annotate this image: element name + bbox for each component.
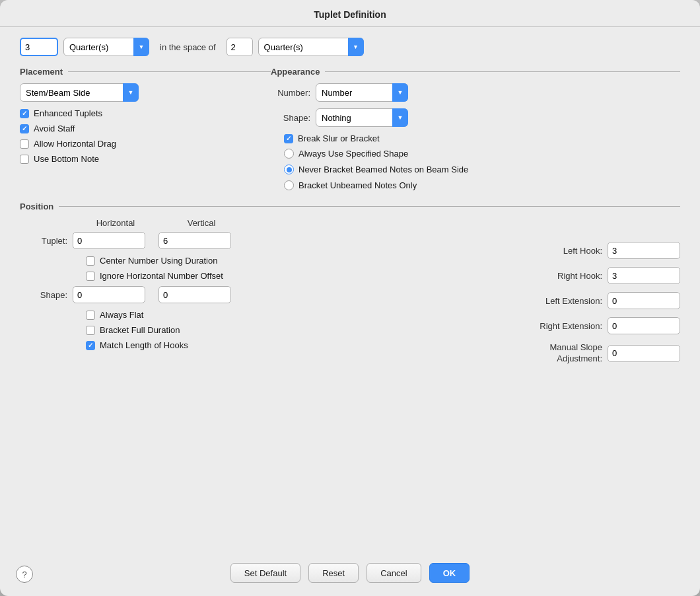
- break-slur-label: Break Slur or Bracket: [298, 133, 380, 143]
- placement-appearance-section: Placement Stem/Beam Side Enhanced Tuplet…: [20, 67, 680, 196]
- right-extension-label: Right Extension:: [540, 321, 602, 331]
- bracket-full-checkbox[interactable]: [86, 326, 95, 335]
- manual-slope-label: Manual SlopeAdjustment:: [550, 342, 603, 365]
- placement-column: Placement Stem/Beam Side Enhanced Tuplet…: [20, 67, 271, 196]
- always-use-shape-item: Always Use Specified Shape: [284, 149, 680, 159]
- position-header: Position: [20, 202, 680, 211]
- note-type-2-wrapper: Quarter(s): [258, 38, 364, 56]
- bracket-full-row: Bracket Full Duration: [86, 325, 376, 335]
- left-extension-label: Left Extension:: [545, 296, 602, 306]
- left-hook-input[interactable]: [608, 242, 680, 259]
- match-length-checkbox[interactable]: [86, 341, 95, 350]
- note-type-1-wrapper: Quarter(s): [63, 38, 149, 56]
- pos-col-headers: Horizontal Vertical: [73, 218, 376, 228]
- footer: ? Set Default Reset Cancel OK: [0, 552, 700, 596]
- reset-button[interactable]: Reset: [308, 563, 359, 583]
- always-use-shape-label: Always Use Specified Shape: [298, 149, 408, 159]
- match-length-row: Match Length of Hooks: [86, 340, 376, 350]
- use-bottom-note-checkbox[interactable]: [20, 155, 29, 164]
- position-grid: Horizontal Vertical Tuplet: Center Numbe…: [20, 218, 680, 373]
- allow-horizontal-drag-label: Allow Horizontal Drag: [34, 139, 116, 149]
- always-flat-checkbox[interactable]: [86, 311, 95, 320]
- bracket-unbeamed-label: Bracket Unbeamed Notes Only: [298, 180, 417, 190]
- ignore-horizontal-label: Ignore Horizontal Number Offset: [100, 271, 223, 281]
- right-hook-row: Right Hook:: [376, 267, 680, 284]
- left-hook-label: Left Hook:: [563, 246, 602, 256]
- placement-header: Placement: [20, 67, 271, 77]
- in-space-label: in the space of: [160, 42, 216, 52]
- top-row: Quarter(s) in the space of Quarter(s): [20, 38, 680, 56]
- center-number-checkbox[interactable]: [86, 256, 95, 266]
- never-bracket-beamed-label: Never Bracket Beamed Notes on Beam Side: [298, 165, 468, 174]
- enhanced-tuplets-label: Enhanced Tuplets: [34, 108, 102, 118]
- break-slur-checkbox[interactable]: [284, 134, 293, 143]
- center-number-label: Center Number Using Duration: [100, 256, 217, 266]
- tuplet-h-input[interactable]: [73, 232, 145, 249]
- space-value-input[interactable]: [227, 38, 253, 56]
- tuplet-v-input[interactable]: [158, 232, 231, 249]
- avoid-staff-item: Avoid Staff: [20, 124, 271, 133]
- appearance-column: Appearance Number: Number Shape: Nothi: [271, 67, 680, 196]
- ignore-horizontal-checkbox[interactable]: [86, 272, 95, 281]
- enhanced-tuplets-item: Enhanced Tuplets: [20, 108, 271, 118]
- avoid-staff-checkbox[interactable]: [20, 124, 29, 133]
- shape-select[interactable]: Nothing: [316, 108, 408, 127]
- number-row: Number: Number: [271, 83, 680, 102]
- position-section: Position Horizontal Vertical Tuplet:: [20, 202, 680, 373]
- bracket-unbeamed-radio[interactable]: [284, 180, 294, 190]
- note-type-2-select[interactable]: Quarter(s): [258, 38, 364, 56]
- never-bracket-beamed-item: Never Bracket Beamed Notes on Beam Side: [284, 165, 680, 174]
- horizontal-col-header: Horizontal: [73, 218, 158, 228]
- position-right: Left Hook: Right Hook: Left Extension: R…: [376, 218, 680, 373]
- left-hook-row: Left Hook:: [376, 242, 680, 259]
- ignore-horizontal-row: Ignore Horizontal Number Offset: [86, 271, 376, 281]
- help-button[interactable]: ?: [16, 566, 33, 583]
- number-select-wrapper: Number: [316, 83, 408, 102]
- shape-v-input[interactable]: [158, 286, 231, 303]
- right-hook-input[interactable]: [608, 267, 680, 284]
- use-bottom-note-item: Use Bottom Note: [20, 154, 271, 164]
- use-bottom-note-label: Use Bottom Note: [34, 154, 99, 164]
- right-extension-row: Right Extension:: [376, 317, 680, 334]
- shape-label: Shape:: [271, 113, 310, 123]
- placement-select-wrapper: Stem/Beam Side: [20, 83, 139, 102]
- manual-slope-input[interactable]: [608, 345, 680, 362]
- appearance-header: Appearance: [271, 67, 680, 77]
- placement-select[interactable]: Stem/Beam Side: [20, 83, 139, 102]
- match-length-label: Match Length of Hooks: [100, 340, 188, 350]
- tuplet-pos-row: Tuplet:: [20, 232, 376, 249]
- cancel-button[interactable]: Cancel: [367, 563, 421, 583]
- right-hook-label: Right Hook:: [557, 271, 602, 281]
- ok-button[interactable]: OK: [429, 563, 470, 583]
- placement-dropdown-wrapper: Stem/Beam Side: [20, 83, 271, 102]
- vertical-col-header: Vertical: [158, 218, 244, 228]
- shape-pos-label: Shape:: [20, 290, 73, 300]
- shape-pos-row: Shape:: [20, 286, 376, 303]
- tuplet-count-input[interactable]: [20, 38, 58, 56]
- never-bracket-beamed-radio[interactable]: [284, 165, 294, 174]
- enhanced-tuplets-checkbox[interactable]: [20, 109, 29, 118]
- always-flat-label: Always Flat: [100, 310, 143, 320]
- center-number-row: Center Number Using Duration: [86, 256, 376, 266]
- bracket-unbeamed-item: Bracket Unbeamed Notes Only: [284, 180, 680, 190]
- break-slur-item: Break Slur or Bracket: [284, 133, 680, 143]
- number-select[interactable]: Number: [316, 83, 408, 102]
- left-extension-input[interactable]: [608, 292, 680, 309]
- allow-horizontal-drag-item: Allow Horizontal Drag: [20, 139, 271, 149]
- set-default-button[interactable]: Set Default: [230, 563, 300, 583]
- manual-slope-row: Manual SlopeAdjustment:: [376, 342, 680, 365]
- always-flat-row: Always Flat: [86, 310, 376, 320]
- right-extension-input[interactable]: [608, 317, 680, 334]
- tuplet-pos-label: Tuplet:: [20, 236, 73, 246]
- shape-h-input[interactable]: [73, 286, 145, 303]
- dialog: Tuplet Definition Quarter(s) in the spac…: [0, 0, 700, 596]
- dialog-title: Tuplet Definition: [0, 0, 700, 27]
- allow-horizontal-drag-checkbox[interactable]: [20, 139, 29, 149]
- shape-row: Shape: Nothing: [271, 108, 680, 127]
- shape-select-wrapper: Nothing: [316, 108, 408, 127]
- position-left: Horizontal Vertical Tuplet: Center Numbe…: [20, 218, 376, 373]
- bracket-full-label: Bracket Full Duration: [100, 325, 180, 335]
- note-type-1-select[interactable]: Quarter(s): [63, 38, 149, 56]
- number-label: Number:: [271, 88, 310, 98]
- always-use-shape-radio[interactable]: [284, 149, 294, 159]
